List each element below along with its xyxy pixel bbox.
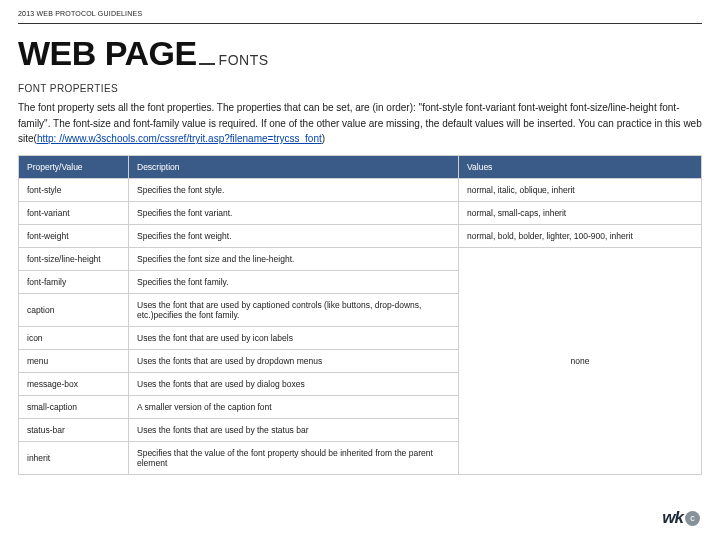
- cell-desc: Specifies the font style.: [129, 178, 459, 201]
- logo-badge-icon: c: [685, 511, 700, 526]
- cell-prop: small-caption: [19, 395, 129, 418]
- cell-desc: Uses the fonts that are used by dialog b…: [129, 372, 459, 395]
- page-subtitle: FONTS: [219, 52, 269, 68]
- cell-desc: Specifies the font family.: [129, 270, 459, 293]
- cell-values: normal, small-caps, inherit: [459, 201, 702, 224]
- cell-desc: Specifies the font weight.: [129, 224, 459, 247]
- th-description: Description: [129, 155, 459, 178]
- table-row: font-variant Specifies the font variant.…: [19, 201, 702, 224]
- cell-desc: Uses the fonts that are used by the stat…: [129, 418, 459, 441]
- cell-prop: font-style: [19, 178, 129, 201]
- logo-text: wk: [662, 508, 683, 528]
- section-heading: FONT PROPERTIES: [18, 83, 702, 94]
- title-row: WEB PAGE FONTS: [18, 34, 702, 73]
- table-row: font-weight Specifies the font weight. n…: [19, 224, 702, 247]
- page-title: WEB PAGE: [18, 34, 197, 73]
- cell-prop: inherit: [19, 441, 129, 474]
- cell-prop: caption: [19, 293, 129, 326]
- document-topline: 2013 WEB PROTOCOL GUIDELINES: [18, 10, 702, 24]
- cell-prop: font-family: [19, 270, 129, 293]
- cell-values: normal, italic, oblique, inherit: [459, 178, 702, 201]
- cell-values: normal, bold, bolder, lighter, 100-900, …: [459, 224, 702, 247]
- brand-logo: wk c: [662, 508, 700, 528]
- title-underscore: [199, 63, 215, 65]
- intro-text-post: ): [322, 133, 325, 144]
- cell-prop: menu: [19, 349, 129, 372]
- intro-paragraph: The font property sets all the font prop…: [18, 100, 702, 147]
- cell-desc: A smaller version of the caption font: [129, 395, 459, 418]
- cell-desc: Specifies the font size and the line-hei…: [129, 247, 459, 270]
- cell-prop: icon: [19, 326, 129, 349]
- cell-desc: Uses the fonts that are used by dropdown…: [129, 349, 459, 372]
- cell-prop: message-box: [19, 372, 129, 395]
- reference-link[interactable]: http: //www.w3schools.com/cssref/tryit.a…: [37, 133, 322, 144]
- cell-prop: font-variant: [19, 201, 129, 224]
- table-row: font-style Specifies the font style. nor…: [19, 178, 702, 201]
- th-values: Values: [459, 155, 702, 178]
- cell-desc: Specifies that the value of the font pro…: [129, 441, 459, 474]
- font-properties-table: Property/Value Description Values font-s…: [18, 155, 702, 475]
- table-row: font-size/line-height Specifies the font…: [19, 247, 702, 270]
- cell-desc: Uses the font that are used by captioned…: [129, 293, 459, 326]
- cell-prop: font-weight: [19, 224, 129, 247]
- th-property: Property/Value: [19, 155, 129, 178]
- cell-desc: Specifies the font variant.: [129, 201, 459, 224]
- table-header-row: Property/Value Description Values: [19, 155, 702, 178]
- cell-prop: font-size/line-height: [19, 247, 129, 270]
- cell-values-merged: none: [459, 247, 702, 474]
- cell-desc: Uses the font that are used by icon labe…: [129, 326, 459, 349]
- cell-prop: status-bar: [19, 418, 129, 441]
